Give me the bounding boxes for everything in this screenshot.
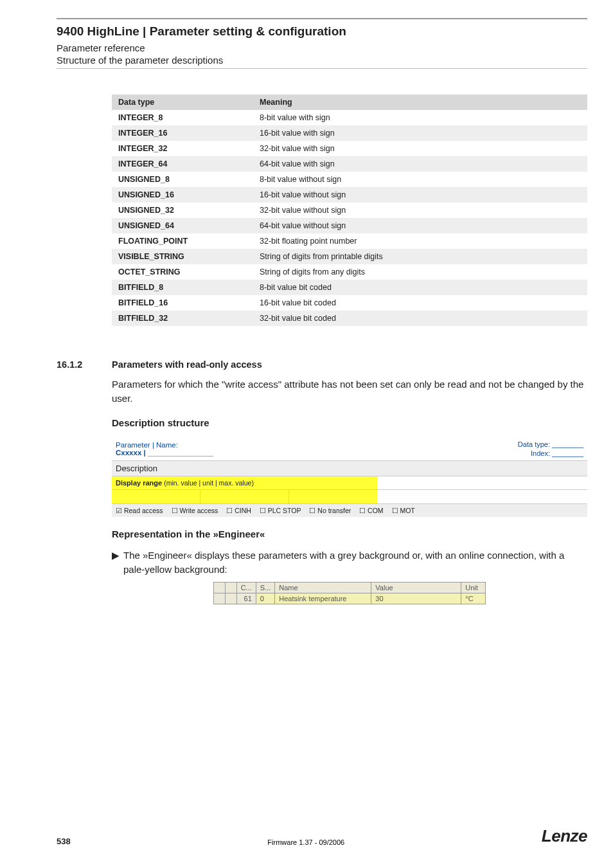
page-number: 538 — [57, 836, 71, 846]
table-row: BITFIELD_16 — [112, 295, 253, 311]
section-title: Parameters with read-only access — [112, 359, 262, 370]
attr-com: ☐ COM — [359, 507, 383, 514]
table-row: 64-bit value with sign — [253, 156, 587, 172]
attribute-row: ☑ Read access ☐ Write access ☐ CINH ☐ PL… — [112, 504, 587, 518]
table-row: 8-bit value with sign — [253, 110, 587, 125]
eng-row-name: Heatsink temperature — [275, 593, 371, 604]
eng-row-c: 61 — [236, 593, 256, 604]
eng-col-blank1 — [213, 582, 225, 593]
table-row: 16-bit value with sign — [253, 125, 587, 141]
triangle-bullet-icon: ▶ — [112, 548, 123, 577]
table-row: INTEGER_8 — [112, 110, 253, 125]
table-row: UNSIGNED_32 — [112, 203, 253, 218]
table-row: FLOATING_POINT — [112, 233, 253, 249]
table-row: UNSIGNED_16 — [112, 187, 253, 203]
eng-row-value: 30 — [371, 593, 461, 604]
attr-cinh: ☐ CINH — [226, 507, 251, 514]
engineer-heading: Representation in the »Engineer« — [112, 529, 587, 539]
eng-col-s: S... — [256, 582, 275, 593]
table-row: UNSIGNED_8 — [112, 172, 253, 187]
eng-col-unit: Unit — [461, 582, 486, 593]
table-row: VISIBLE_STRING — [112, 249, 253, 264]
table-row: 32-bit value with sign — [253, 141, 587, 156]
table-row: 32-bit value without sign — [253, 203, 587, 218]
firmware-label: Firmware 1.37 - 09/2006 — [267, 838, 344, 846]
eng-col-c: C... — [236, 582, 256, 593]
th-data-type: Data type — [112, 95, 253, 110]
table-row: 32-bit floating point number — [253, 233, 587, 249]
table-row: 8-bit value bit coded — [253, 280, 587, 295]
table-row: INTEGER_32 — [112, 141, 253, 156]
th-meaning: Meaning — [253, 95, 587, 110]
index-label: Index: ________ — [381, 449, 583, 458]
attr-write: ☐ Write access — [172, 507, 218, 514]
param-name-label: Parameter | Name: — [116, 441, 373, 449]
table-row: INTEGER_16 — [112, 125, 253, 141]
engineer-preview-table: C... S... Name Value Unit 61 0 Heatsink … — [213, 582, 486, 604]
data-type-label: Data type: ________ — [381, 440, 583, 449]
eng-row-s: 0 — [256, 593, 275, 604]
eng-row-slash — [225, 593, 236, 604]
desc-structure-heading: Description structure — [112, 417, 587, 428]
table-row: BITFIELD_32 — [112, 311, 253, 326]
description-row: Description — [112, 461, 587, 476]
table-row: 16-bit value without sign — [253, 187, 587, 203]
eng-row-unit: °C — [461, 593, 486, 604]
section-number: 16.1.2 — [57, 359, 112, 370]
eng-col-value: Value — [371, 582, 461, 593]
attr-read: ☑ Read access — [116, 507, 163, 514]
table-row: 16-bit value bit coded — [253, 295, 587, 311]
header-sub1: Parameter reference — [57, 42, 587, 53]
display-range-small: (min. value | unit | max. value) — [164, 479, 254, 487]
table-row: String of digits from printable digits — [253, 249, 587, 264]
table-row: BITFIELD_8 — [112, 280, 253, 295]
page-title: 9400 HighLine | Parameter setting & conf… — [57, 24, 587, 39]
table-row: 8-bit value without sign — [253, 172, 587, 187]
lenze-logo: Lenze — [542, 826, 587, 846]
attr-mot: ☐ MOT — [392, 507, 415, 514]
header-sub2: Structure of the parameter descriptions — [57, 55, 587, 66]
table-row: INTEGER_64 — [112, 156, 253, 172]
engineer-bullet-text: The »Engineer« displays these parameters… — [123, 548, 587, 577]
table-row: OCTET_STRING — [112, 264, 253, 280]
attr-notransfer: ☐ No transfer — [309, 507, 351, 514]
table-row: UNSIGNED_64 — [112, 218, 253, 233]
section-paragraph: Parameters for which the "write access" … — [112, 377, 587, 406]
table-row: 32-bit value bit coded — [253, 311, 587, 326]
eng-col-name: Name — [275, 582, 371, 593]
data-type-table: Data type Meaning INTEGER_88-bit value w… — [112, 95, 587, 326]
table-row: String of digits from any digits — [253, 264, 587, 280]
table-row: 64-bit value without sign — [253, 218, 587, 233]
description-structure-table: Parameter | Name: Cxxxxx | _____________… — [112, 437, 587, 518]
attr-plc: ☐ PLC STOP — [260, 507, 301, 514]
display-range-bold: Display range — [116, 479, 164, 487]
param-name-code: Cxxxxx | ________________ — [116, 449, 373, 457]
eng-col-slash — [225, 582, 236, 593]
